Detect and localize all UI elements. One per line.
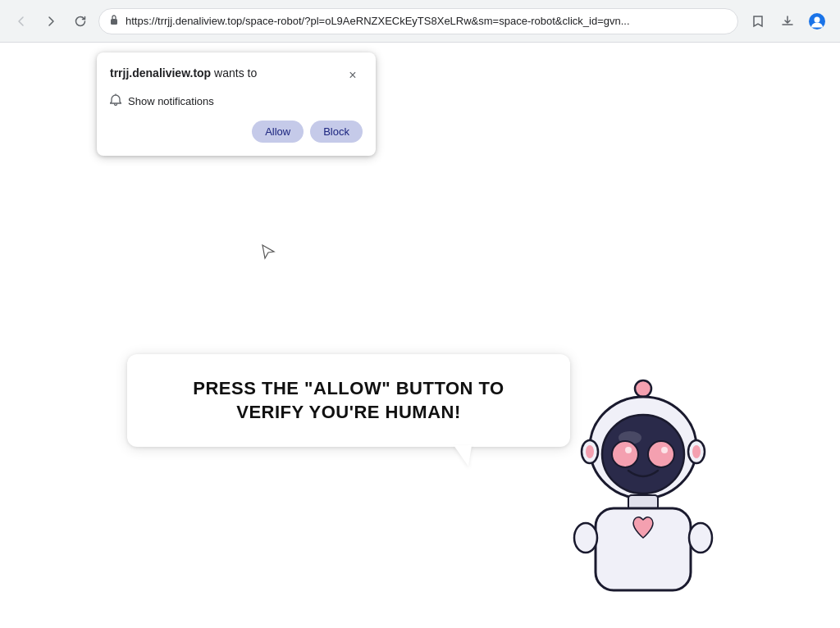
toolbar-icons [745,8,830,34]
url-text: https://trrjj.denaliview.top/space-robot… [126,15,728,27]
bell-icon [110,93,121,109]
svg-point-13 [586,445,594,458]
robot-svg [512,366,774,628]
mouse-cursor [261,243,277,260]
speech-text: PRESS THE "ALLOW" BUTTON TO VERIFY YOU'R… [157,377,541,424]
page-content: trrjj.denaliview.top wants to × Show not… [0,43,840,628]
svg-point-8 [612,441,638,467]
allow-button[interactable]: Allow [252,121,304,143]
bookmark-button[interactable] [745,8,771,34]
reload-button[interactable] [69,10,92,33]
lock-icon [109,14,119,28]
forward-button[interactable] [39,10,62,33]
svg-point-10 [625,447,632,453]
back-button[interactable] [10,10,33,33]
notification-popup: trrjj.denaliview.top wants to × Show not… [97,52,376,156]
svg-point-15 [692,445,701,458]
popup-actions: Allow Block [110,121,363,143]
popup-domain: trrjj.denaliview.top [110,66,211,80]
permission-text: Show notifications [128,95,214,107]
popup-title-suffix: wants to [211,66,257,80]
popup-close-button[interactable]: × [343,66,363,85]
robot-illustration [512,366,774,628]
popup-title: trrjj.denaliview.top wants to [110,66,257,82]
popup-permission-row: Show notifications [110,93,363,109]
svg-point-3 [635,380,651,397]
svg-point-2 [815,16,820,22]
svg-rect-0 [111,19,117,25]
svg-point-18 [574,523,597,553]
profile-button[interactable] [804,8,830,34]
block-button[interactable]: Block [310,121,363,143]
browser-toolbar: https://trrjj.denaliview.top/space-robot… [0,0,840,43]
address-bar[interactable]: https://trrjj.denaliview.top/space-robot… [98,8,738,34]
popup-header: trrjj.denaliview.top wants to × [110,66,363,85]
svg-point-19 [689,523,712,553]
download-button[interactable] [774,8,801,34]
svg-point-11 [661,447,668,453]
svg-point-9 [648,441,674,467]
speech-bubble: PRESS THE "ALLOW" BUTTON TO VERIFY YOU'R… [127,354,570,447]
